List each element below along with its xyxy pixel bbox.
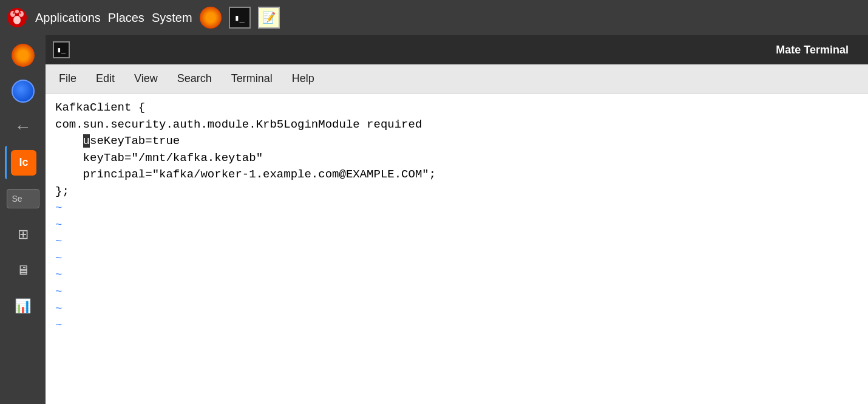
sidebar-grid-icon[interactable]: ⊞ — [5, 217, 41, 251]
code-line-6: }; — [55, 183, 858, 200]
terminal-content[interactable]: KafkaClient { com.sun.security.auth.modu… — [46, 94, 868, 404]
menu-search[interactable]: Search — [169, 69, 220, 89]
sidebar-search-input[interactable] — [7, 189, 39, 208]
dashboard-icon: ⊞ — [18, 227, 29, 242]
tilde-line-4: ~ — [55, 250, 858, 267]
taskbar: Applications Places System ▮_ 📝 — [0, 0, 868, 35]
menu-help[interactable]: Help — [283, 69, 323, 89]
menu-edit[interactable]: Edit — [87, 69, 123, 89]
terminal-title: Mate Terminal — [776, 44, 849, 56]
code-line-4: keyTab="/mnt/kafka.keytab" — [55, 150, 858, 167]
applications-menu[interactable]: Applications — [35, 11, 101, 25]
terminal-window-icon: ▮_ — [53, 41, 70, 58]
notepad-taskbar-icon[interactable]: 📝 — [258, 7, 280, 29]
tilde-line-7: ~ — [55, 301, 858, 318]
cursor: u — [83, 134, 90, 148]
code-line-3: useKeyTab=true — [55, 133, 858, 150]
terminal-titlebar: ▮_ Mate Terminal — [46, 35, 868, 64]
svg-point-4 — [13, 12, 15, 14]
firefox-icon — [12, 44, 35, 67]
code-line-5: principal="kafka/worker-1.example.com@EX… — [55, 166, 858, 183]
ic-app-icon: Ic — [11, 150, 36, 176]
sidebar-monitor-icon[interactable]: 🖥 — [5, 253, 41, 287]
terminal-menubar: File Edit View Search Terminal Help — [46, 64, 868, 94]
sidebar-chart-icon[interactable]: 📊 — [5, 289, 41, 323]
tilde-line-2: ~ — [55, 217, 858, 234]
sidebar-firefox-icon[interactable] — [5, 38, 41, 72]
chart-icon: 📊 — [15, 298, 31, 314]
gnome-menu-icon[interactable] — [6, 7, 28, 29]
svg-point-5 — [19, 12, 21, 14]
sidebar-network-icon[interactable] — [5, 74, 41, 108]
tilde-line-1: ~ — [55, 200, 858, 217]
svg-point-6 — [15, 10, 19, 13]
system-menu[interactable]: System — [152, 11, 192, 25]
monitor-icon: 🖥 — [16, 262, 30, 278]
back-arrow-icon: ← — [15, 117, 32, 137]
svg-point-3 — [13, 16, 21, 24]
menu-terminal[interactable]: Terminal — [223, 69, 281, 89]
tilde-line-8: ~ — [55, 317, 858, 334]
menu-view[interactable]: View — [126, 69, 166, 89]
menu-file[interactable]: File — [50, 69, 85, 89]
tilde-line-5: ~ — [55, 267, 858, 284]
tilde-line-3: ~ — [55, 233, 858, 250]
network-icon — [12, 80, 35, 103]
sidebar: ← Ic ⊞ 🖥 📊 — [0, 35, 46, 404]
main-area: ← Ic ⊞ 🖥 📊 ▮_ Mate Terminal — [0, 35, 868, 404]
sidebar-search-area — [5, 182, 41, 215]
sidebar-ic-icon[interactable]: Ic — [5, 146, 41, 179]
firefox-taskbar-icon[interactable] — [200, 7, 222, 29]
terminal-window: ▮_ Mate Terminal File Edit View Search T… — [46, 35, 868, 404]
code-line-1: KafkaClient { — [55, 100, 858, 117]
sidebar-back-button[interactable]: ← — [5, 110, 41, 143]
places-menu[interactable]: Places — [108, 11, 144, 25]
code-line-2: com.sun.security.auth.module.Krb5LoginMo… — [55, 117, 858, 134]
terminal-taskbar-button[interactable]: ▮_ — [229, 7, 251, 29]
tilde-line-6: ~ — [55, 284, 858, 301]
